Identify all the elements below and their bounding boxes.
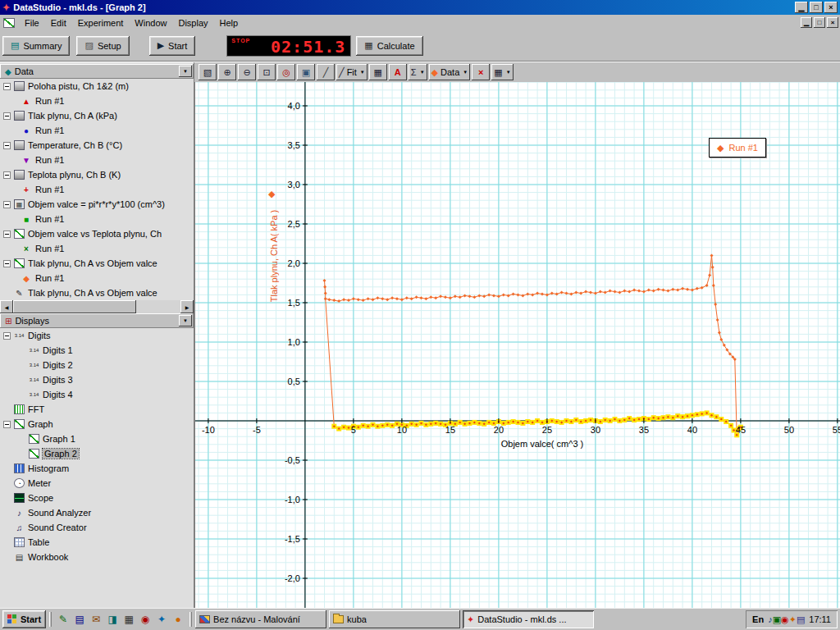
quicklaunch-desktop-icon[interactable]: ◨ bbox=[105, 612, 120, 627]
data-item[interactable]: Tlak plynu, Ch A (kPa) bbox=[0, 108, 194, 123]
expand-toggle[interactable] bbox=[3, 231, 11, 238]
network-icon[interactable]: ▤ bbox=[797, 614, 805, 624]
display-item[interactable]: ♫Sound Creator bbox=[0, 520, 194, 535]
display-item[interactable]: Histogram bbox=[0, 461, 194, 476]
data-item[interactable]: ▦Objem valce = pi*r*r*y*100 (cm^3) bbox=[0, 197, 194, 212]
graph-plot[interactable]: -10-55101520253035404550554,03,53,02,52,… bbox=[195, 82, 840, 608]
run-item[interactable]: ×Run #1 bbox=[0, 241, 194, 256]
quicklaunch-orange-app-icon[interactable]: ● bbox=[171, 612, 185, 627]
data-item[interactable]: Teplota plynu, Ch B (K) bbox=[0, 167, 194, 182]
display-item-selected[interactable]: Graph 2 bbox=[0, 446, 194, 461]
menu-file[interactable]: File bbox=[19, 16, 45, 30]
display-item[interactable]: 3.14Digits 1 bbox=[0, 343, 194, 358]
run-item[interactable]: +Run #1 bbox=[0, 182, 194, 197]
data-menu-button[interactable]: ◆Data▼ bbox=[429, 64, 471, 80]
display-item[interactable]: Graph bbox=[0, 417, 194, 431]
display-item[interactable]: Scope bbox=[0, 491, 194, 505]
taskbar-grip bbox=[189, 612, 192, 627]
display-item[interactable]: Graph 1 bbox=[0, 431, 194, 446]
mdi-restore-button[interactable]: □ bbox=[814, 17, 825, 28]
display-item[interactable]: 3.14Digits 2 bbox=[0, 358, 194, 372]
statistics-button[interactable]: Σ▼ bbox=[409, 64, 427, 80]
expand-toggle[interactable] bbox=[3, 260, 11, 267]
zoom-in-button[interactable]: ⊕ bbox=[218, 64, 236, 80]
display-item[interactable]: ♪Sound Analyzer bbox=[0, 505, 194, 520]
smart-tool-button[interactable]: ◎ bbox=[277, 64, 295, 80]
close-button[interactable]: × bbox=[824, 2, 838, 13]
task-button-folder[interactable]: kuba bbox=[329, 610, 460, 628]
calculator-tool-button[interactable]: ▦ bbox=[369, 64, 387, 80]
task-button-paint[interactable]: Bez názvu - Malování bbox=[195, 610, 326, 628]
expand-toggle[interactable] bbox=[3, 421, 11, 428]
quicklaunch-document-icon[interactable]: ▤ bbox=[72, 612, 87, 627]
menu-display[interactable]: Display bbox=[172, 16, 213, 30]
display-item[interactable]: ▤Workbook bbox=[0, 550, 194, 564]
graph-settings-button[interactable]: ▦▼ bbox=[491, 64, 513, 80]
mdi-close-button[interactable]: × bbox=[827, 17, 838, 28]
graph-legend[interactable]: ◆ Run #1 bbox=[709, 138, 766, 158]
display-item-label: Sound Creator bbox=[28, 523, 87, 532]
display-item[interactable]: FFT bbox=[0, 402, 194, 417]
display-item[interactable]: Table bbox=[0, 535, 194, 550]
display-settings-icon[interactable]: ▣ bbox=[773, 614, 781, 624]
quicklaunch-media-icon[interactable]: ▦ bbox=[121, 612, 136, 627]
scale-to-fit-button[interactable]: ▧ bbox=[199, 64, 217, 80]
expand-toggle[interactable] bbox=[3, 171, 11, 179]
fit-menu-button[interactable]: ╱Fit▼ bbox=[336, 64, 368, 80]
maximize-button[interactable]: □ bbox=[810, 2, 823, 13]
setup-button[interactable]: ▨ Setup bbox=[76, 36, 129, 56]
summary-button[interactable]: ▤ Summary bbox=[2, 36, 70, 56]
menu-help[interactable]: Help bbox=[214, 16, 244, 30]
data-horizontal-scrollbar[interactable]: ◀ ▶ bbox=[0, 300, 194, 313]
display-item[interactable]: 3.14Digits 4 bbox=[0, 387, 194, 402]
run-item[interactable]: ◆Run #1 bbox=[0, 271, 194, 285]
delete-tool-button[interactable]: × bbox=[472, 64, 490, 80]
data-item[interactable]: Poloha pistu, Ch 1&2 (m) bbox=[0, 79, 194, 94]
menu-edit[interactable]: Edit bbox=[45, 16, 72, 30]
minimize-button[interactable]: ▁ bbox=[795, 2, 808, 13]
run-item[interactable]: ●Run #1 bbox=[0, 123, 194, 138]
start-button[interactable]: ▶ Start bbox=[149, 36, 196, 56]
slope-tool-button[interactable]: ╱ bbox=[317, 64, 335, 80]
run-item[interactable]: ■Run #1 bbox=[0, 212, 194, 226]
quicklaunch-notes-icon[interactable]: ✎ bbox=[56, 612, 71, 627]
display-item[interactable]: 3.14Digits 3 bbox=[0, 372, 194, 387]
task-button-datastudio[interactable]: ✦DataStudio - mkl.ds ... bbox=[463, 610, 594, 628]
calculate-button[interactable]: ▦ Calculate bbox=[356, 36, 422, 56]
keyboard-layout-indicator[interactable]: En bbox=[752, 614, 764, 624]
expand-toggle[interactable] bbox=[3, 112, 11, 120]
mdi-minimize-button[interactable]: ▁ bbox=[801, 17, 812, 28]
expand-toggle[interactable] bbox=[3, 83, 11, 90]
expand-toggle[interactable] bbox=[3, 201, 11, 208]
data-item[interactable]: Tlak plynu, Ch A vs Objem valce bbox=[0, 256, 194, 271]
antivirus-icon[interactable]: ◉ bbox=[781, 614, 789, 624]
workbook-icon: ▤ bbox=[14, 552, 25, 562]
expand-toggle[interactable] bbox=[3, 142, 11, 149]
scheduler-icon[interactable]: ✦ bbox=[789, 614, 797, 624]
start-menu-button[interactable]: Start bbox=[2, 610, 46, 628]
run-item[interactable]: ▲Run #1 bbox=[0, 94, 194, 108]
data-item[interactable]: ✎Tlak plynu, Ch A vs Objem valce bbox=[0, 285, 194, 300]
scroll-right-button[interactable]: ▶ bbox=[180, 300, 194, 313]
menu-experiment[interactable]: Experiment bbox=[72, 16, 130, 30]
zoom-out-button[interactable]: ⊖ bbox=[238, 64, 256, 80]
data-item[interactable]: Temperature, Ch B (°C) bbox=[0, 138, 194, 153]
display-item[interactable]: ◔Meter bbox=[0, 476, 194, 491]
display-item[interactable]: 3.14Digits bbox=[0, 328, 194, 343]
fit-menu-label: Fit bbox=[347, 67, 357, 77]
selection-tool-button[interactable]: ▣ bbox=[297, 64, 315, 80]
data-item[interactable]: Objem valce vs Teplota plynu, Ch bbox=[0, 226, 194, 241]
graph-display[interactable]: -10-55101520253035404550554,03,53,02,52,… bbox=[194, 82, 840, 608]
data-panel-menu-button[interactable]: ▼ bbox=[179, 66, 192, 77]
run-item[interactable]: ▼Run #1 bbox=[0, 153, 194, 167]
quicklaunch-mail-icon[interactable]: ✉ bbox=[89, 612, 103, 627]
zoom-select-button[interactable]: ⊡ bbox=[258, 64, 276, 80]
scrollbar-thumb[interactable] bbox=[13, 300, 136, 313]
text-tool-button[interactable]: A bbox=[389, 64, 407, 80]
quicklaunch-globe-icon[interactable]: ✦ bbox=[154, 612, 169, 627]
displays-panel-menu-button[interactable]: ▼ bbox=[179, 315, 192, 326]
expand-toggle[interactable] bbox=[3, 332, 11, 340]
menu-window[interactable]: Window bbox=[129, 16, 172, 30]
scroll-left-button[interactable]: ◀ bbox=[0, 300, 13, 313]
quicklaunch-red-app-icon[interactable]: ◉ bbox=[138, 612, 153, 627]
